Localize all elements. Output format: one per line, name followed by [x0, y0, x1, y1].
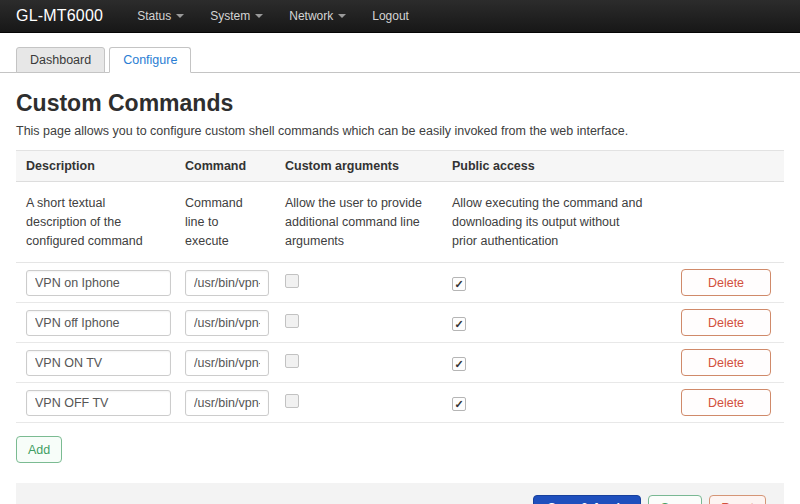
- description-input[interactable]: [26, 350, 171, 376]
- brand-logo: GL-MT6000: [16, 7, 103, 25]
- delete-button[interactable]: Delete: [681, 269, 771, 296]
- column-header-custom-arguments: Custom arguments: [285, 151, 452, 181]
- delete-button[interactable]: Delete: [681, 349, 771, 376]
- command-input[interactable]: [185, 310, 269, 336]
- tab-bar: Dashboard Configure: [0, 47, 800, 73]
- save-button[interactable]: Save: [648, 495, 703, 504]
- nav-item-system[interactable]: System: [210, 9, 263, 23]
- page-description: This page allows you to configure custom…: [16, 124, 784, 138]
- command-input[interactable]: [185, 390, 269, 416]
- chevron-down-icon: [176, 14, 184, 18]
- public-access-checkbox[interactable]: [452, 357, 466, 371]
- delete-button[interactable]: Delete: [681, 309, 771, 336]
- top-navbar: GL-MT6000 Status System Network Logout: [0, 0, 800, 33]
- custom-arguments-checkbox[interactable]: [285, 394, 299, 408]
- custom-arguments-checkbox[interactable]: [285, 274, 299, 288]
- table-row: Delete: [16, 263, 784, 303]
- description-input[interactable]: [26, 310, 171, 336]
- table-row: Delete: [16, 343, 784, 383]
- table-row: Delete: [16, 303, 784, 343]
- page-title: Custom Commands: [16, 90, 784, 117]
- column-header-description: Description: [26, 151, 185, 181]
- nav-item-network[interactable]: Network: [289, 9, 346, 23]
- description-input[interactable]: [26, 270, 171, 296]
- hint-public-access: Allow executing the command and download…: [452, 182, 665, 262]
- command-input[interactable]: [185, 350, 269, 376]
- description-input[interactable]: [26, 390, 171, 416]
- tab-configure[interactable]: Configure: [109, 47, 191, 73]
- public-access-checkbox[interactable]: [452, 397, 466, 411]
- hint-custom-arguments: Allow the user to provide additional com…: [285, 182, 452, 262]
- chevron-down-icon: [338, 14, 346, 18]
- table-row: Delete: [16, 383, 784, 423]
- table-header-row: Description Command Custom arguments Pub…: [16, 150, 784, 182]
- column-header-command: Command: [185, 151, 285, 181]
- hint-description: A short textual description of the confi…: [26, 182, 185, 262]
- reset-button[interactable]: Reset: [709, 495, 766, 504]
- nav-item-logout[interactable]: Logout: [372, 9, 409, 23]
- public-access-checkbox[interactable]: [452, 317, 466, 331]
- footer-action-bar: Save & Apply Save Reset: [16, 483, 784, 504]
- command-input[interactable]: [185, 270, 269, 296]
- nav-item-label: System: [210, 9, 250, 23]
- nav-item-label: Logout: [372, 9, 409, 23]
- delete-button[interactable]: Delete: [681, 389, 771, 416]
- save-apply-button[interactable]: Save & Apply: [533, 495, 640, 504]
- column-header-public-access: Public access: [452, 151, 665, 181]
- table-hint-row: A short textual description of the confi…: [16, 182, 784, 263]
- tab-dashboard[interactable]: Dashboard: [16, 47, 105, 73]
- nav-item-status[interactable]: Status: [137, 9, 184, 23]
- public-access-checkbox[interactable]: [452, 277, 466, 291]
- custom-commands-table: Description Command Custom arguments Pub…: [16, 150, 784, 423]
- add-button[interactable]: Add: [16, 436, 62, 463]
- nav-item-label: Status: [137, 9, 171, 23]
- column-header-actions: [665, 158, 784, 174]
- chevron-down-icon: [255, 14, 263, 18]
- hint-command: Command line to execute: [185, 182, 285, 262]
- custom-arguments-checkbox[interactable]: [285, 354, 299, 368]
- nav-item-label: Network: [289, 9, 333, 23]
- custom-arguments-checkbox[interactable]: [285, 314, 299, 328]
